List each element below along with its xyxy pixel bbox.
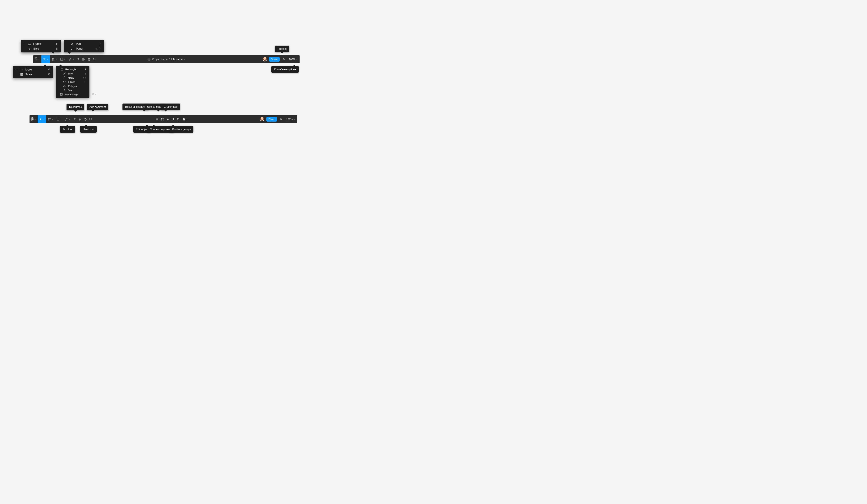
text-icon [73, 118, 76, 121]
shape-tool-button[interactable] [55, 115, 63, 123]
svg-point-15 [67, 119, 67, 119]
svg-rect-18 [79, 119, 80, 120]
move-tool-button[interactable] [38, 115, 46, 123]
frame-tool-button[interactable] [50, 55, 58, 63]
avatar[interactable] [260, 117, 265, 121]
move-tool-button[interactable] [41, 55, 50, 63]
shape-tool-button[interactable] [58, 55, 67, 63]
menu-item-line[interactable]: Line L [56, 71, 89, 76]
crop-image-button[interactable] [175, 118, 181, 121]
toolbar-lower: Share 100% [30, 115, 297, 123]
pen-tool-button[interactable] [67, 55, 76, 63]
comment-icon [89, 118, 92, 121]
menu-item-shortcut: R [85, 68, 86, 71]
menu-item-pencil[interactable]: Pencil ⇧ P [64, 46, 104, 51]
svg-rect-9 [61, 68, 63, 70]
comment-icon [93, 58, 96, 61]
zoom-dropdown[interactable]: 100% [286, 118, 295, 120]
menu-item-label: Star [68, 89, 73, 92]
pen-tool-menu[interactable]: Pen P Pencil ⇧ P [64, 40, 104, 52]
share-button[interactable]: Share [269, 57, 280, 62]
svg-rect-3 [83, 58, 84, 59]
comment-tool-button[interactable] [88, 115, 93, 123]
share-button[interactable]: Share [266, 117, 277, 121]
team-icon [147, 57, 151, 61]
menu-item-move[interactable]: Move V [13, 67, 53, 72]
frame-tool-menu[interactable]: Frame F Slice S [21, 40, 61, 52]
tooltip-text-tool: Text tool [60, 126, 75, 132]
boolean-groups-button[interactable] [181, 118, 189, 121]
frame-tool-button[interactable] [46, 115, 55, 123]
shape-tool-menu[interactable]: Rectangle R Line L Arrow ⇧ L Ellipse O [56, 66, 89, 98]
menu-item-label: Move [25, 68, 32, 71]
breadcrumb-separator: / [169, 58, 170, 61]
file-name: File name [171, 58, 183, 61]
zoom-value: 100% [289, 58, 295, 61]
menu-item-ellipse[interactable]: Ellipse O [56, 80, 89, 84]
use-as-mask-button[interactable] [170, 118, 175, 121]
svg-rect-5 [83, 60, 84, 60]
hand-icon [84, 118, 87, 121]
chevron-down-icon [69, 118, 71, 120]
svg-point-12 [61, 94, 61, 94]
ellipse-icon [63, 81, 66, 83]
menu-item-shortcut: V [48, 68, 50, 71]
svg-rect-14 [57, 118, 59, 120]
tooltip-boolean-groups: Boolean groups [170, 126, 193, 132]
hand-tool-button[interactable] [83, 115, 88, 123]
text-tool-button[interactable] [72, 115, 77, 123]
resources-button[interactable] [81, 55, 86, 63]
pencil-icon [71, 47, 74, 50]
menu-item-arrow[interactable]: Arrow ⇧ L [56, 76, 89, 80]
svg-rect-4 [84, 58, 85, 59]
menu-item-label: Pen [76, 42, 81, 45]
zoom-dropdown[interactable]: 100% [288, 58, 298, 61]
menu-item-shortcut: ⇧ ⌘ K [89, 93, 96, 96]
pen-icon [65, 118, 68, 121]
chevron-down-icon [186, 118, 188, 120]
file-breadcrumb[interactable]: Project name / File name [147, 57, 186, 61]
menu-item-slice[interactable]: Slice S [21, 46, 61, 51]
menu-item-place-image[interactable]: Place image… ⇧ ⌘ K [56, 92, 89, 96]
svg-point-0 [36, 59, 37, 60]
check-icon [15, 68, 18, 71]
scale-icon [20, 73, 23, 76]
figma-menu-button[interactable] [33, 55, 41, 63]
menu-item-shortcut: S [56, 47, 58, 50]
present-button[interactable] [279, 115, 284, 123]
present-button[interactable] [281, 55, 286, 63]
comment-tool-button[interactable] [92, 55, 97, 63]
chevron-down-icon [47, 58, 49, 60]
figma-menu-button[interactable] [30, 115, 38, 123]
menu-item-shortcut: P [99, 42, 100, 45]
reset-all-button[interactable] [154, 118, 160, 121]
move-tool-menu[interactable]: Move V Scale K [13, 66, 53, 78]
chevron-down-icon [34, 118, 36, 120]
svg-rect-21 [163, 118, 163, 118]
pen-tool-button[interactable] [63, 115, 72, 123]
menu-item-pen[interactable]: Pen P [64, 41, 104, 46]
hand-tool-button[interactable] [86, 55, 92, 63]
resources-button[interactable] [77, 115, 83, 123]
resources-icon [82, 58, 85, 61]
menu-item-polygon[interactable]: Polygon [56, 84, 89, 88]
chevron-down-icon [64, 58, 66, 60]
chevron-down-icon [293, 118, 295, 120]
chevron-down-icon [184, 58, 186, 60]
create-component-button[interactable] [165, 118, 170, 121]
play-icon [282, 58, 286, 61]
avatar[interactable] [263, 57, 267, 62]
menu-item-label: Pencil [76, 47, 83, 50]
edit-object-icon [161, 118, 164, 121]
menu-item-frame[interactable]: Frame F [21, 41, 61, 46]
text-tool-button[interactable] [76, 55, 81, 63]
chevron-down-icon [60, 118, 62, 120]
component-icon [166, 118, 169, 121]
menu-item-rectangle[interactable]: Rectangle R [56, 67, 89, 71]
menu-item-scale[interactable]: Scale K [13, 72, 53, 77]
tooltip-crop-image: Crop image [161, 104, 180, 110]
menu-item-shortcut: O [84, 81, 86, 83]
edit-object-button[interactable] [160, 118, 165, 121]
crop-icon [176, 118, 180, 121]
menu-item-star[interactable]: Star [56, 88, 89, 92]
